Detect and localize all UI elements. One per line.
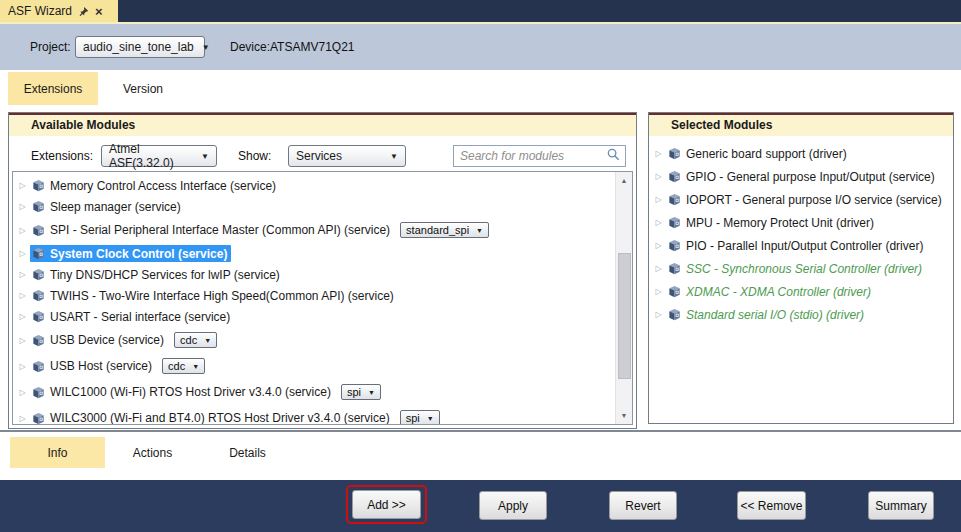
expand-arrow-icon[interactable]: ▷ [15, 312, 30, 321]
module-cube-icon [31, 223, 46, 238]
expand-arrow-icon[interactable]: ▷ [15, 388, 30, 397]
module-search-box[interactable] [453, 145, 626, 167]
module-item[interactable]: ▷XDMAC - XDMA Controller (driver) [651, 280, 953, 303]
module-option-value: cdc [168, 360, 185, 372]
module-item[interactable]: ▷TWIHS - Two-Wire Interface High Speed(C… [15, 285, 615, 306]
scroll-up-icon[interactable]: ▲ [616, 172, 632, 189]
add-button-highlight: Add >> [346, 485, 427, 524]
tab-details[interactable]: Details [200, 437, 295, 468]
expand-arrow-icon[interactable]: ▷ [651, 241, 666, 250]
module-item[interactable]: ▷Memory Control Access Interface (servic… [15, 175, 615, 196]
expand-arrow-icon[interactable]: ▷ [15, 249, 30, 258]
module-cube-icon [31, 199, 46, 214]
module-cube-icon [667, 261, 682, 276]
module-option-value: standard_spi [406, 224, 469, 236]
expand-arrow-icon[interactable]: ▷ [651, 310, 666, 319]
module-item[interactable]: ▷USB Host (service)cdc▼ [15, 353, 615, 379]
summary-button[interactable]: Summary [868, 491, 934, 520]
scrollbar-thumb[interactable] [618, 253, 631, 379]
expand-arrow-icon[interactable]: ▷ [651, 172, 666, 181]
module-item[interactable]: ▷MPU - Memory Protect Unit (driver) [651, 211, 953, 234]
module-option-dropdown[interactable]: spi▼ [400, 410, 440, 425]
tab-asf-wizard[interactable]: ASF Wizard × [0, 0, 118, 22]
module-item[interactable]: ▷GPIO - General purpose Input/Output (se… [651, 165, 953, 188]
vertical-scrollbar[interactable]: ▲ ▼ [615, 172, 632, 424]
module-label: USB Device (service) [50, 333, 164, 347]
project-toolbar: Project: audio_sine_tone_lab ▼ Device: A… [0, 24, 961, 70]
module-item[interactable]: ▷PIO - Parallel Input/Output Controller … [651, 234, 953, 257]
expand-arrow-icon[interactable]: ▷ [651, 195, 666, 204]
module-label: SSC - Synchronous Serial Controller (dri… [686, 262, 922, 276]
tab-actions[interactable]: Actions [105, 437, 200, 468]
expand-arrow-icon[interactable]: ▷ [651, 149, 666, 158]
module-item[interactable]: ▷SSC - Synchronous Serial Controller (dr… [651, 257, 953, 280]
device-label: Device: [230, 40, 270, 54]
extensions-filter-label: Extensions: [31, 149, 93, 163]
expand-arrow-icon[interactable]: ▷ [651, 264, 666, 273]
module-item[interactable]: ▷Sleep manager (service) [15, 196, 615, 217]
expand-arrow-icon[interactable]: ▷ [651, 218, 666, 227]
module-item[interactable]: ▷USART - Serial interface (service) [15, 306, 615, 327]
chevron-down-icon: ▼ [368, 389, 375, 396]
module-cube-icon [31, 178, 46, 193]
tab-version[interactable]: Version [98, 72, 188, 105]
module-cube-icon [667, 284, 682, 299]
module-label: Generic board support (driver) [686, 147, 847, 161]
module-item[interactable]: ▷USB Device (service)cdc▼ [15, 327, 615, 353]
search-icon[interactable] [606, 147, 621, 165]
module-search-input[interactable] [460, 149, 606, 163]
remove-button[interactable]: << Remove [737, 491, 806, 520]
wizard-tabs: Extensions Version [8, 72, 188, 105]
module-option-value: spi [347, 386, 361, 398]
module-option-dropdown[interactable]: cdc▼ [174, 332, 217, 348]
expand-arrow-icon[interactable]: ▷ [15, 226, 30, 235]
show-dropdown[interactable]: Services ▼ [288, 145, 406, 167]
module-item[interactable]: ▷WILC1000 (Wi-Fi) RTOS Host Driver v3.4.… [15, 379, 615, 405]
module-option-dropdown[interactable]: spi▼ [341, 384, 381, 400]
module-item[interactable]: ▷SPI - Serial Peripheral Interface Maste… [15, 217, 615, 243]
show-filter-label: Show: [238, 149, 271, 163]
expand-arrow-icon[interactable]: ▷ [651, 287, 666, 296]
module-cube-icon [31, 385, 46, 400]
tab-extensions[interactable]: Extensions [8, 72, 98, 105]
chevron-down-icon: ▼ [476, 227, 483, 234]
module-cube-icon [667, 146, 682, 161]
module-item[interactable]: ▷WILC3000 (Wi-Fi and BT4.0) RTOS Host Dr… [15, 405, 615, 425]
expand-arrow-icon[interactable]: ▷ [15, 414, 30, 423]
expand-arrow-icon[interactable]: ▷ [15, 270, 30, 279]
module-cube-icon [31, 359, 46, 374]
chevron-down-icon: ▼ [390, 152, 398, 161]
expand-arrow-icon[interactable]: ▷ [15, 362, 30, 371]
module-option-dropdown[interactable]: standard_spi▼ [400, 222, 489, 238]
revert-button[interactable]: Revert [609, 491, 677, 520]
module-cube-icon [31, 333, 46, 348]
tab-info[interactable]: Info [10, 437, 105, 468]
expand-arrow-icon[interactable]: ▷ [15, 181, 30, 190]
project-dropdown[interactable]: audio_sine_tone_lab ▼ [75, 36, 205, 58]
module-item[interactable]: ▷IOPORT - General purpose I/O service (s… [651, 188, 953, 211]
module-item[interactable]: ▷System Clock Control (service) [15, 243, 615, 264]
close-icon[interactable]: × [95, 5, 103, 18]
module-cube-icon [667, 215, 682, 230]
module-label: XDMAC - XDMA Controller (driver) [686, 285, 871, 299]
module-option-dropdown[interactable]: cdc▼ [162, 358, 205, 374]
module-label: USB Host (service) [50, 359, 152, 373]
add-button[interactable]: Add >> [352, 490, 421, 519]
tab-asf-wizard-label: ASF Wizard [8, 4, 72, 18]
scroll-down-icon[interactable]: ▼ [616, 407, 632, 424]
pin-icon[interactable] [78, 6, 89, 17]
expand-arrow-icon[interactable]: ▷ [15, 336, 30, 345]
module-cube-icon [667, 192, 682, 207]
apply-button[interactable]: Apply [479, 491, 547, 520]
module-item[interactable]: ▷Generic board support (driver) [651, 142, 953, 165]
module-item[interactable]: ▷Standard serial I/O (stdio) (driver) [651, 303, 953, 326]
extensions-dropdown[interactable]: Atmel ASF(3.32.0) ▼ [101, 145, 217, 167]
module-label: Standard serial I/O (stdio) (driver) [686, 308, 864, 322]
module-item[interactable]: ▷Tiny DNS/DHCP Services for lwIP (servic… [15, 264, 615, 285]
expand-arrow-icon[interactable]: ▷ [15, 202, 30, 211]
tool-window-tab-strip: ASF Wizard × [0, 0, 961, 22]
available-modules-list: ▷Memory Control Access Interface (servic… [12, 171, 633, 425]
expand-arrow-icon[interactable]: ▷ [15, 291, 30, 300]
module-cube-icon [667, 238, 682, 253]
module-label: TWIHS - Two-Wire Interface High Speed(Co… [50, 289, 394, 303]
